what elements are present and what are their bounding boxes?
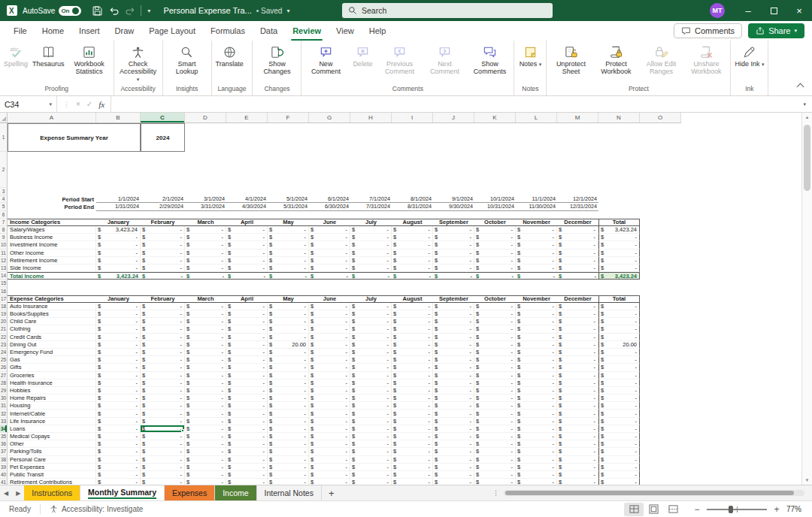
cell-J6[interactable] [433,211,474,219]
cell-H11[interactable]: $- [350,249,392,257]
cell-I28[interactable]: $- [392,379,433,387]
cell-F12[interactable]: $- [268,257,309,265]
cell-I5[interactable]: 8/31/2024 [392,203,433,210]
cell-F11[interactable]: $- [268,249,309,257]
cell-K29[interactable]: $- [474,387,516,395]
row-header-9[interactable]: 9 [0,234,8,241]
cell-L23[interactable]: $- [516,341,557,349]
cell-I21[interactable]: $- [392,325,433,333]
category-label-personal-care[interactable]: Personal Care [8,456,96,464]
cell-M15[interactable] [557,280,598,287]
cell-M10[interactable]: $- [557,241,598,249]
cell-H18[interactable]: $- [350,303,392,310]
cell-F6[interactable] [268,211,309,219]
cell-M39[interactable]: $- [557,464,598,471]
cell-C6[interactable] [141,211,185,219]
cell-J34[interactable]: $- [433,425,474,433]
cell-N5[interactable] [598,203,640,210]
sheet-tab-expenses[interactable]: Expenses [165,485,215,500]
ribbon-tab-page-layout[interactable]: Page Layout [141,21,203,41]
protect-workbook-button[interactable]: Protect Workbook [593,43,638,77]
insert-function-icon[interactable]: fx [98,100,105,109]
cell-B25[interactable]: $- [96,356,141,364]
cell-I40[interactable]: $- [392,471,433,479]
cell-L2[interactable] [516,152,557,188]
cell-C39[interactable]: $- [141,464,185,471]
cell-B9[interactable]: $- [96,234,141,241]
cell-K41[interactable]: $- [474,479,516,485]
cell-C28[interactable]: $- [141,379,185,387]
cell-D30[interactable]: $- [185,395,226,402]
cell-O10[interactable] [640,241,681,249]
cell-L15[interactable] [516,280,557,287]
cell-F7[interactable]: May [268,219,309,226]
cell-B36[interactable]: $- [96,440,141,448]
cell-G15[interactable] [309,280,350,287]
cell-G26[interactable]: $- [309,364,350,371]
cell-G12[interactable]: $- [309,257,350,265]
cell-K22[interactable]: $- [474,334,516,341]
cell-N28[interactable]: $- [598,379,640,387]
category-label-life-insurance[interactable]: Life Insurance [8,418,96,425]
cell-L30[interactable]: $- [516,395,557,402]
cell-N33[interactable]: $- [598,418,640,425]
cell-C3[interactable] [141,188,185,195]
cell-L19[interactable]: $- [516,310,557,318]
cell-N19[interactable]: $- [598,310,640,318]
cell-M5[interactable]: 12/31/2024 [557,203,598,210]
cell-O16[interactable] [640,287,681,295]
cell-N17[interactable]: Total [598,295,640,303]
cell-J3[interactable] [433,188,474,195]
cell-H34[interactable]: $- [350,425,392,433]
row-header-20[interactable]: 20 [0,318,8,325]
cell-C38[interactable]: $- [141,456,185,464]
cell-L17[interactable]: November [516,295,557,303]
cell-K17[interactable]: October [474,295,516,303]
category-label-groceries[interactable]: Groceries [8,372,96,379]
cell-G29[interactable]: $- [309,387,350,395]
cell-C31[interactable]: $- [141,402,185,410]
cell-E4[interactable]: 4/1/2024 [226,195,268,203]
cell-B20[interactable]: $- [96,318,141,325]
cell-H8[interactable]: $- [350,226,392,234]
cell-J39[interactable]: $- [433,464,474,471]
cell-D41[interactable]: $- [185,479,226,485]
cell-D19[interactable]: $- [185,310,226,318]
cell-B17[interactable]: January [96,295,141,303]
cell-D20[interactable]: $- [185,318,226,325]
cell-J35[interactable]: $- [433,433,474,440]
cell-I33[interactable]: $- [392,418,433,425]
cell-C13[interactable]: $- [141,265,185,272]
cell-F23[interactable]: $20.00 [268,341,309,349]
cell-L16[interactable] [516,287,557,295]
cell-F20[interactable]: $- [268,318,309,325]
cell-B3[interactable] [96,188,141,195]
cell-I8[interactable]: $- [392,226,433,234]
cell-N30[interactable]: $- [598,395,640,402]
cell-F21[interactable]: $- [268,325,309,333]
sheet-nav-left-icon[interactable]: ◀ [0,485,12,500]
cell-I18[interactable]: $- [392,303,433,310]
cell-G13[interactable]: $- [309,265,350,272]
cell-G40[interactable]: $- [309,471,350,479]
cell-D36[interactable]: $- [185,440,226,448]
cell-B31[interactable]: $- [96,402,141,410]
autosave-toggle[interactable]: AutoSave On [23,6,81,16]
check-accessibility-button[interactable]: Check Accessibility ▾ [116,43,161,85]
cell-O22[interactable] [640,334,681,341]
cell-J27[interactable]: $- [433,372,474,379]
cell-G18[interactable]: $- [309,303,350,310]
thesaurus-button[interactable]: Thesaurus [30,43,67,69]
category-label-public-transit[interactable]: Public Transit [8,471,96,479]
row-header-27[interactable]: 27 [0,372,8,379]
cell-F40[interactable]: $- [268,471,309,479]
column-header-O[interactable]: O [640,113,681,122]
undo-button[interactable] [105,2,122,19]
cell-G36[interactable]: $- [309,440,350,448]
cell-D5[interactable]: 3/31/2024 [185,203,226,210]
cell-K10[interactable]: $- [474,241,516,249]
cell-I11[interactable]: $- [392,249,433,257]
cell-F34[interactable]: $- [268,425,309,433]
cell-C37[interactable]: $- [141,448,185,455]
cell-L39[interactable]: $- [516,464,557,471]
